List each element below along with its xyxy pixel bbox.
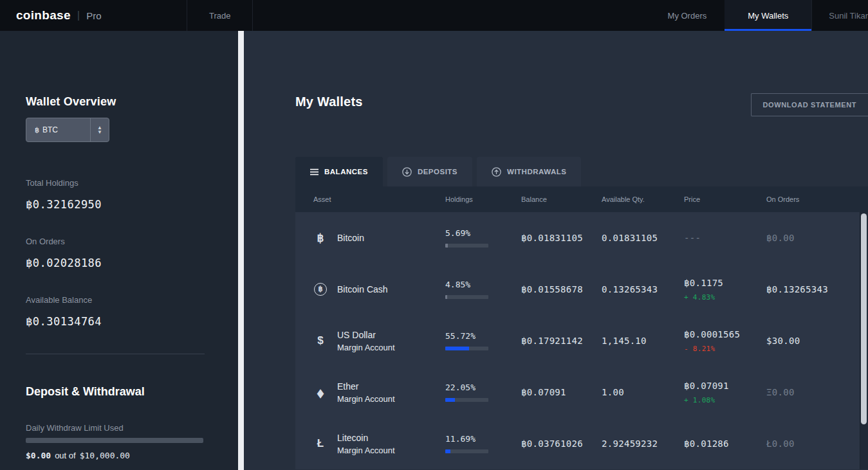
balance-value: ฿0.03761026: [521, 438, 602, 449]
stat-label: On Orders: [26, 237, 212, 246]
bitcoin-cash-icon: ฿: [314, 283, 327, 296]
table-header: Asset Holdings Balance Available Qty. Pr…: [295, 186, 868, 212]
nav-my-wallets[interactable]: My Wallets: [725, 0, 811, 31]
deposit-icon: [402, 167, 412, 177]
table-scrollbar-thumb[interactable]: [861, 213, 867, 424]
holdings-percent: 4.85%: [445, 280, 521, 289]
stat-label: Available Balance: [26, 295, 212, 305]
price-value: ฿0.07091: [684, 381, 766, 391]
table-body: ฿ Bitcoin 5.69% ฿0.01831105 0.01831105 -…: [295, 212, 868, 469]
holdings-bar: [445, 398, 488, 402]
tab-deposits[interactable]: DEPOSITS: [387, 157, 472, 186]
stat-on-orders: On Orders ฿0.02028186: [26, 237, 212, 269]
available-qty-value: 0.01831105: [602, 233, 684, 243]
my-wallets-panel: My Wallets DOWNLOAD STATEMENT BALANCES D…: [244, 31, 868, 470]
available-qty-value: 0.13265343: [602, 284, 684, 294]
stat-total-holdings: Total Holdings ฿0.32162950: [26, 178, 212, 211]
deposit-withdrawal-title: Deposit & Withdrawal: [26, 385, 212, 399]
tab-balances[interactable]: BALANCES: [295, 157, 383, 186]
nav-trade[interactable]: Trade: [187, 0, 253, 31]
holdings-percent: 11.69%: [445, 434, 521, 444]
nav-my-orders[interactable]: My Orders: [650, 0, 725, 31]
limit-used-amount: $0.00: [26, 451, 51, 460]
asset-name: Bitcoin: [337, 233, 364, 243]
holdings-percent: 55.72%: [445, 331, 521, 341]
col-available-qty: Available Qty.: [602, 195, 684, 203]
on-orders-value: $30.00: [766, 336, 868, 346]
table-scrollbar-track[interactable]: [860, 212, 868, 469]
wallet-overview-title: Wallet Overview: [26, 95, 212, 109]
currency-code: BTC: [42, 125, 58, 134]
wallet-sidebar: Wallet Overview ฿ BTC ▲▼ Total Holdings …: [0, 31, 238, 470]
currency-selected-value: ฿ BTC: [26, 118, 90, 141]
holdings-bar-fill: [445, 449, 450, 453]
litecoin-icon: Ł: [313, 437, 328, 450]
holdings-bar-fill: [445, 347, 469, 350]
download-statement-button[interactable]: DOWNLOAD STATEMENT: [751, 93, 868, 116]
table-row[interactable]: $ US Dollar Margin Account 55.72% ฿0.179…: [295, 315, 868, 366]
holdings-bar: [445, 449, 488, 453]
tab-withdrawals[interactable]: WITHDRAWALS: [477, 157, 581, 186]
logo-pro-label: Pro: [86, 10, 101, 21]
holdings-bar: [445, 295, 488, 299]
logo-divider: |: [77, 9, 80, 22]
col-asset: Asset: [295, 195, 445, 203]
withdraw-limit-text: $0.00 out of $10,000.00: [26, 451, 212, 460]
balance-value: ฿0.01558678: [521, 284, 602, 294]
sidebar-scrollbar[interactable]: [238, 31, 244, 470]
stat-value: ฿0.30134764: [26, 315, 212, 328]
logo-wordmark: coinbase: [16, 8, 71, 23]
asset-subtitle: Margin Account: [337, 394, 395, 404]
asset-name: Ether: [337, 381, 395, 392]
asset-name: Litecoin: [337, 433, 395, 443]
on-orders-value: ฿0.13265343: [766, 284, 868, 294]
holdings-bar-fill: [445, 244, 448, 248]
table-row[interactable]: Ł Litecoin Margin Account 11.69% ฿0.0376…: [295, 418, 868, 469]
price-value: ฿0.01286: [684, 438, 766, 449]
holdings-bar: [445, 244, 488, 248]
nav-spacer: [253, 0, 649, 31]
tab-label: DEPOSITS: [418, 168, 457, 176]
holdings-percent: 22.05%: [445, 383, 521, 392]
currency-select[interactable]: ฿ BTC ▲▼: [26, 118, 109, 142]
price-change: + 1.08%: [684, 396, 766, 404]
nav-user-menu[interactable]: Sunil Tikar: [811, 0, 868, 31]
col-on-orders: On Orders: [766, 195, 868, 203]
asset-subtitle: Margin Account: [337, 446, 395, 455]
asset-name: US Dollar: [337, 330, 395, 340]
table-row[interactable]: ◆ Ether Margin Account 22.05% ฿0.07091 1…: [295, 366, 868, 418]
wallet-tabs: BALANCES DEPOSITS WITHDRAWALS: [295, 157, 868, 186]
limit-total-amount: $10,000.00: [80, 451, 130, 460]
us-dollar-icon: $: [313, 334, 328, 347]
table-row[interactable]: ฿ Bitcoin Cash 4.85% ฿0.01558678 0.13265…: [295, 264, 868, 315]
table-row[interactable]: ฿ Bitcoin 5.69% ฿0.01831105 0.01831105 -…: [295, 212, 868, 264]
asset-name: Bitcoin Cash: [337, 284, 388, 294]
price-value: ฿0.0001565: [684, 329, 766, 339]
list-icon: [310, 168, 319, 176]
coinbase-logo[interactable]: coinbase | Pro: [0, 0, 187, 31]
sidebar-divider: [26, 354, 205, 354]
asset-subtitle: Margin Account: [337, 343, 395, 352]
top-nav: coinbase | Pro Trade My Orders My Wallet…: [0, 0, 868, 31]
price-value: ฿0.1175: [684, 278, 766, 288]
tab-label: BALANCES: [324, 168, 368, 176]
holdings-percent: 5.69%: [445, 228, 521, 238]
withdraw-limit-progressbar: [26, 438, 203, 443]
limit-separator: out of: [55, 451, 76, 460]
stat-label: Total Holdings: [26, 178, 212, 188]
price-value: ---: [684, 233, 766, 243]
on-orders-value: ฿0.00: [766, 233, 868, 243]
stat-available-balance: Available Balance ฿0.30134764: [26, 295, 212, 328]
on-orders-value: Ł0.00: [766, 438, 868, 449]
nav-right-group: My Orders My Wallets Sunil Tikar: [650, 0, 868, 31]
available-qty-value: 1,145.10: [602, 336, 684, 346]
chevron-up-down-icon[interactable]: ▲▼: [90, 118, 109, 141]
stat-value: ฿0.02028186: [26, 257, 212, 269]
price-change: - 8.21%: [684, 345, 766, 353]
btc-symbol-icon: ฿: [35, 126, 39, 134]
wallet-stats: Total Holdings ฿0.32162950 On Orders ฿0.…: [26, 178, 212, 328]
col-price: Price: [684, 195, 766, 203]
balance-value: ฿0.17921142: [521, 336, 602, 346]
on-orders-value: Ξ0.00: [766, 387, 868, 397]
ether-icon: ◆: [313, 386, 328, 399]
